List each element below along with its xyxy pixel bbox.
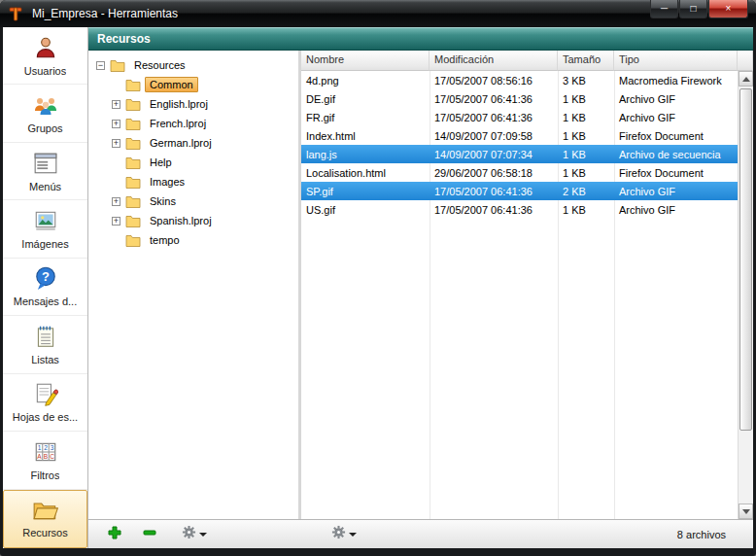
- sidebar-item-filtros[interactable]: 123ABC Filtros: [3, 432, 87, 489]
- table-row[interactable]: SP.gif 17/05/2007 06:41:36 2 KB Archivo …: [301, 182, 738, 200]
- maximize-button[interactable]: □: [679, 0, 707, 18]
- sidebar-item-hojas[interactable]: Hojas de es...: [3, 374, 87, 432]
- messages-icon: ?: [33, 265, 58, 293]
- tree-item-skins[interactable]: + Skins: [88, 191, 298, 211]
- svg-text:A: A: [37, 452, 42, 459]
- svg-text:B: B: [43, 452, 47, 459]
- actions-menu-button[interactable]: [178, 522, 211, 546]
- file-rows: 4d.png 17/05/2007 08:56:16 3 KB Macromed…: [301, 71, 738, 519]
- column-header-filler: [738, 51, 753, 71]
- arrow-up-icon: [742, 77, 750, 82]
- minus-icon: [143, 526, 156, 543]
- table-row[interactable]: lang.js 14/09/2007 07:07:34 1 KB Archivo…: [301, 145, 738, 163]
- sidebar: Usuarios Grupos Menús Imágenes: [3, 27, 88, 548]
- file-count-status: 8 archivos: [677, 529, 726, 540]
- options-menu-button[interactable]: [327, 522, 361, 546]
- scroll-down-button[interactable]: [739, 504, 753, 519]
- folder-icon: [125, 98, 141, 111]
- bottom-toolbar: 8 archivos: [88, 519, 753, 548]
- column-header-nombre[interactable]: Nombre: [301, 51, 430, 71]
- column-header-modificacion[interactable]: Modificación: [430, 51, 558, 71]
- gear-icon: [331, 525, 346, 543]
- folder-icon: [125, 79, 141, 91]
- table-row[interactable]: Index.html 14/09/2007 07:09:58 1 KB Fire…: [301, 126, 738, 145]
- scroll-thumb[interactable]: [739, 88, 752, 431]
- plus-icon: [108, 526, 121, 543]
- list-body: 4d.png 17/05/2007 08:56:16 3 KB Macromed…: [301, 71, 753, 519]
- folder-icon: [125, 118, 141, 130]
- svg-text:2: 2: [44, 444, 48, 451]
- tree-item-french-lproj[interactable]: + French.lproj: [88, 114, 298, 133]
- folder-icon: [125, 215, 141, 227]
- filters-icon: 123ABC: [33, 439, 58, 467]
- sidebar-item-grupos[interactable]: Grupos: [3, 85, 87, 142]
- add-button[interactable]: [104, 523, 125, 546]
- section-header: Recursos: [88, 27, 753, 51]
- sidebar-item-menus[interactable]: Menús: [3, 143, 87, 200]
- tree-item-images[interactable]: Images: [88, 172, 298, 191]
- expand-icon[interactable]: +: [112, 120, 120, 128]
- app-icon: [8, 5, 25, 22]
- window-content: Usuarios Grupos Menús Imágenes: [3, 27, 753, 548]
- tree-item-english-lproj[interactable]: + English.lproj: [88, 94, 298, 114]
- list-header: Nombre Modificación Tamaño Tipo: [301, 51, 753, 71]
- svg-text:1: 1: [37, 444, 41, 451]
- folder-icon: [125, 137, 141, 150]
- folder-icon: [125, 234, 141, 247]
- svg-text:?: ?: [42, 270, 50, 285]
- sidebar-item-imagenes[interactable]: Imágenes: [3, 200, 87, 258]
- folder-icon: [125, 176, 141, 189]
- resources-tree: − Resources Common + English.lproj: [88, 51, 298, 519]
- caret-down-icon: [199, 533, 207, 537]
- scroll-up-button[interactable]: [739, 71, 753, 87]
- sidebar-item-mensajes[interactable]: ? Mensajes d...: [3, 259, 87, 316]
- expand-icon[interactable]: +: [112, 197, 120, 206]
- column-header-tamano[interactable]: Tamaño: [558, 51, 614, 71]
- folder-icon: [125, 156, 141, 169]
- titlebar: Mi_Empresa - Herramientas ─ □ ×: [0, 0, 756, 27]
- page-title: Recursos: [97, 32, 151, 46]
- window-controls: ─ □ ×: [649, 0, 748, 18]
- tree-item-spanish-lproj[interactable]: + Spanish.lproj: [88, 211, 298, 230]
- sidebar-item-usuarios[interactable]: Usuarios: [3, 27, 87, 85]
- table-row[interactable]: US.gif 17/05/2007 06:41:36 1 KB Archivo …: [301, 200, 738, 219]
- svg-text:C: C: [50, 452, 54, 459]
- table-row[interactable]: DE.gif 17/05/2007 06:41:36 1 KB Archivo …: [301, 89, 738, 108]
- table-row[interactable]: FR.gif 17/05/2007 06:41:36 1 KB Archivo …: [301, 108, 738, 126]
- body: − Resources Common + English.lproj: [88, 51, 753, 519]
- caret-down-icon: [349, 533, 357, 537]
- expand-icon[interactable]: +: [112, 139, 120, 148]
- remove-button[interactable]: [139, 523, 160, 546]
- tree-item-german-lproj[interactable]: + German.lproj: [88, 133, 298, 153]
- expand-icon[interactable]: +: [112, 217, 120, 226]
- sidebar-item-listas[interactable]: Listas: [3, 316, 87, 373]
- vertical-scrollbar: [738, 71, 753, 519]
- scroll-track[interactable]: [739, 87, 753, 504]
- minimize-button[interactable]: ─: [650, 0, 678, 18]
- resources-folder-icon: [32, 499, 59, 524]
- tree-item-tempo[interactable]: tempo: [88, 230, 298, 250]
- close-button[interactable]: ×: [708, 0, 748, 18]
- column-header-tipo[interactable]: Tipo: [614, 51, 738, 71]
- tree-item-resources[interactable]: − Resources: [88, 55, 298, 75]
- svg-text:3: 3: [50, 444, 53, 451]
- expand-icon[interactable]: +: [112, 100, 120, 109]
- menus-icon: [33, 151, 58, 178]
- user-icon: [33, 35, 58, 62]
- file-list: Nombre Modificación Tamaño Tipo 4d.png: [301, 51, 753, 519]
- sidebar-item-recursos[interactable]: Recursos: [3, 490, 87, 548]
- lists-icon: [33, 324, 58, 351]
- images-icon: [33, 208, 58, 235]
- folder-icon: [125, 195, 141, 208]
- collapse-icon[interactable]: −: [96, 61, 105, 70]
- arrow-down-icon: [742, 509, 750, 514]
- tree-item-common[interactable]: Common: [88, 75, 298, 94]
- app-window: Mi_Empresa - Herramientas ─ □ × Usuarios…: [0, 0, 756, 556]
- tree-item-help[interactable]: Help: [88, 153, 298, 172]
- table-row[interactable]: 4d.png 17/05/2007 08:56:16 3 KB Macromed…: [301, 71, 738, 89]
- gear-icon: [182, 525, 196, 543]
- stylesheets-icon: [33, 381, 58, 408]
- table-row[interactable]: Localisation.html 29/06/2007 06:58:18 1 …: [301, 163, 738, 182]
- folder-icon: [110, 59, 125, 72]
- main-panel: Recursos − Resources Common: [88, 27, 753, 548]
